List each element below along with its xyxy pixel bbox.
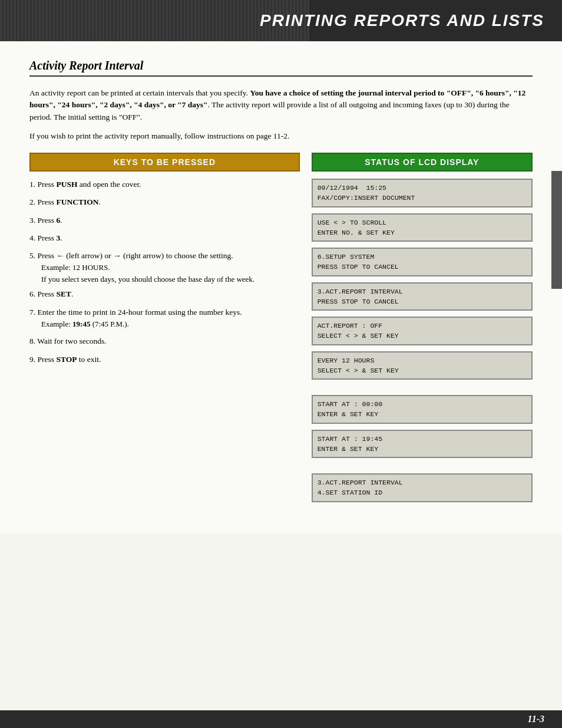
body-paragraph-1: An activity report can be printed at cer… xyxy=(29,87,533,123)
main-content: Activity Report Interval An activity rep… xyxy=(0,41,562,534)
body-paragraph-2: If you wish to print the activity report… xyxy=(29,130,533,142)
left-column: KEYS TO BE PRESSED 1. Press PUSH and ope… xyxy=(29,153,300,505)
right-column: STATUS OF LCD DISPLAY 09/12/1994 15:25 F… xyxy=(312,153,533,505)
lcd-display-5: ACT.REPORT : OFF SELECT < > & SET KEY xyxy=(312,317,533,345)
footer-bar: 11-3 xyxy=(0,710,562,728)
step-1: 1. Press PUSH and open the cover. xyxy=(29,179,300,190)
step-7: 7. Enter the time to print in 24-hour fo… xyxy=(29,307,300,330)
status-header: STATUS OF LCD DISPLAY xyxy=(312,153,533,172)
page-wrapper: PRINTING REPORTS AND LISTS Activity Repo… xyxy=(0,0,562,728)
step-5-sub: Example: 12 HOURS. If you select seven d… xyxy=(41,262,300,285)
step-4: 4. Press 3. xyxy=(29,232,300,244)
lcd-display-3: 6.SETUP SYSTEM PRESS STOP TO CANCEL xyxy=(312,248,533,276)
section-title: Activity Report Interval xyxy=(29,59,533,77)
step-8: 8. Wait for two seconds. xyxy=(29,335,300,347)
content-wrapper: Activity Report Interval An activity rep… xyxy=(0,41,562,710)
step-2: 2. Press FUNCTION. xyxy=(29,196,300,208)
lcd-spacer-1 xyxy=(312,386,533,391)
header-bar: PRINTING REPORTS AND LISTS xyxy=(0,0,562,41)
keys-header: KEYS TO BE PRESSED xyxy=(29,153,300,172)
page-number: 11-3 xyxy=(528,714,544,724)
side-tab xyxy=(551,171,562,289)
step-5: 5. Press ← (left arrow) or → (right arro… xyxy=(29,250,300,285)
lcd-display-4: 3.ACT.REPORT INTERVAL PRESS STOP TO CANC… xyxy=(312,282,533,311)
lcd-display-8: START AT : 19:45 ENTER & SET KEY xyxy=(312,430,533,459)
lcd-spacer-2 xyxy=(312,464,533,470)
lcd-display-2: USE < > TO SCROLL ENTER NO. & SET KEY xyxy=(312,213,533,242)
lcd-display-9: 3.ACT.REPORT INTERVAL 4.SET STATION ID xyxy=(312,473,533,502)
step-3: 3. Press 6. xyxy=(29,215,300,226)
page-title: PRINTING REPORTS AND LISTS xyxy=(260,11,544,30)
lcd-display-7: START AT : 00:00 ENTER & SET KEY xyxy=(312,395,533,424)
lcd-display-1: 09/12/1994 15:25 FAX/COPY:INSERT DOCUMEN… xyxy=(312,179,533,207)
step-6: 6. Press SET. xyxy=(29,288,300,300)
lcd-display-6: EVERY 12 HOURS SELECT < > & SET KEY xyxy=(312,351,533,380)
step-7-sub: Example: 19:45 (7:45 P.M.). xyxy=(41,318,300,330)
instruction-area: KEYS TO BE PRESSED 1. Press PUSH and ope… xyxy=(29,153,533,505)
step-9: 9. Press STOP to exit. xyxy=(29,354,300,365)
